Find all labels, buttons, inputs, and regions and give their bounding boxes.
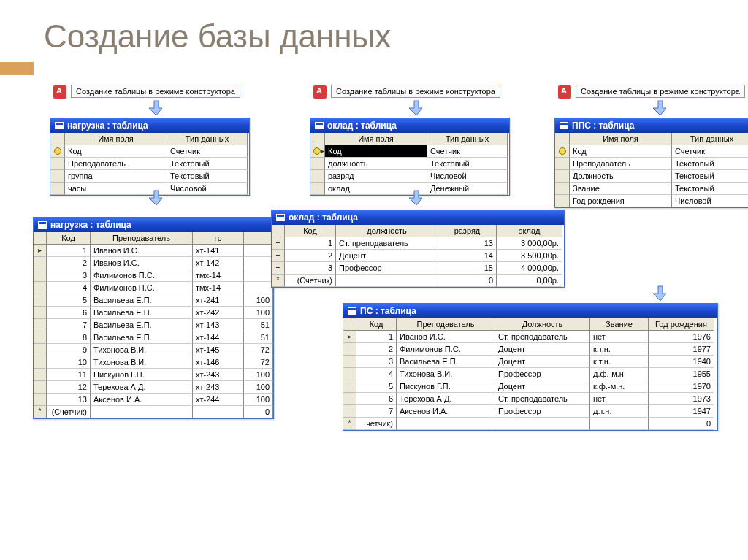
table-cell[interactable]: 0 xyxy=(649,418,714,430)
table-cell[interactable]: хт-144 xyxy=(193,331,244,344)
table-cell[interactable]: Профессор xyxy=(336,262,438,275)
table-cell[interactable]: 2 xyxy=(356,343,397,356)
table-cell[interactable]: к.т.н. xyxy=(590,343,649,356)
table-cell[interactable]: хт-244 xyxy=(193,394,244,406)
table-cell[interactable]: 5 xyxy=(356,380,397,393)
titlebar[interactable]: ПС : таблица xyxy=(343,304,717,318)
table-cell[interactable]: 4 000,00р. xyxy=(497,262,562,275)
table-cell[interactable]: хт-141 xyxy=(193,245,244,257)
table-cell[interactable]: 4 xyxy=(47,282,91,294)
table-cell[interactable]: Доцент xyxy=(336,250,438,262)
table-cell[interactable]: Терехова А.Д. xyxy=(397,393,495,405)
data-grid[interactable]: КодПреподавательДолжностьЗваниеГод рожде… xyxy=(343,318,717,430)
table-cell[interactable]: Аксенов И.А. xyxy=(91,394,193,406)
table-cell[interactable]: Терехова А.Д. xyxy=(91,381,193,394)
table-cell[interactable]: 3 500,00р. xyxy=(497,250,562,262)
table-cell[interactable] xyxy=(244,282,273,294)
table-cell[interactable]: Филимонов П.С. xyxy=(397,343,495,356)
table-cell[interactable]: 14 xyxy=(438,250,497,262)
create-link-3[interactable]: Создание таблицы в режиме конструктора xyxy=(576,85,745,98)
table-cell[interactable]: Иванов И.С. xyxy=(397,331,495,343)
table-cell[interactable]: 12 xyxy=(47,381,91,394)
table-cell[interactable]: Профессор xyxy=(495,405,590,418)
table-cell[interactable]: 72 xyxy=(244,344,273,356)
table-cell[interactable]: к.ф.-м.н. xyxy=(590,380,649,393)
table-cell[interactable]: 9 xyxy=(47,344,91,356)
design-grid[interactable]: Имя поля Тип данных ▸ Код Счетчик должно… xyxy=(310,133,509,195)
table-cell[interactable]: 2 xyxy=(285,250,336,262)
table-cell[interactable]: Доцент xyxy=(495,343,590,356)
table-cell[interactable]: Тихонова В.И. xyxy=(397,368,495,380)
table-cell[interactable]: 5 xyxy=(47,294,91,307)
table-cell[interactable]: Филимонов П.С. xyxy=(91,282,193,294)
table-cell[interactable]: 0 xyxy=(438,275,497,287)
table-cell[interactable]: хт-145 xyxy=(193,344,244,356)
table-cell[interactable] xyxy=(193,406,244,418)
table-cell[interactable]: Васильева Е.П. xyxy=(91,319,193,331)
data-grid[interactable]: КодПреподавательгр▸1Иванов И.С.хт-1412Ив… xyxy=(34,232,273,418)
table-cell[interactable]: 0,00р. xyxy=(497,275,562,287)
table-cell[interactable]: 13 xyxy=(47,394,91,406)
table-cell[interactable]: 1 xyxy=(47,245,91,257)
table-cell[interactable]: 100 xyxy=(244,369,273,381)
table-cell[interactable] xyxy=(336,275,438,287)
table-cell[interactable]: 51 xyxy=(244,319,273,331)
table-cell[interactable]: 7 xyxy=(356,405,397,418)
table-cell[interactable]: Доцент xyxy=(495,380,590,393)
table-cell[interactable]: Иванов И.С. xyxy=(91,245,193,257)
table-cell[interactable]: хт-143 xyxy=(193,319,244,331)
table-cell[interactable]: 1970 xyxy=(649,380,714,393)
table-cell[interactable]: 1955 xyxy=(649,368,714,380)
table-cell[interactable]: 11 xyxy=(47,369,91,381)
titlebar[interactable]: нагрузка : таблица xyxy=(34,218,273,232)
table-cell[interactable]: д.т.н. xyxy=(590,405,649,418)
titlebar[interactable]: нагрузка : таблица xyxy=(50,118,249,133)
table-cell[interactable]: Ст. преподаватель xyxy=(495,393,590,405)
table-cell[interactable]: 1940 xyxy=(649,356,714,368)
table-cell[interactable]: нет xyxy=(590,393,649,405)
table-cell[interactable]: хт-243 xyxy=(193,369,244,381)
table-cell[interactable]: к.т.н. xyxy=(590,356,649,368)
table-cell[interactable]: 7 xyxy=(47,319,91,331)
create-link-2[interactable]: Создание таблицы в режиме конструктора xyxy=(331,85,500,98)
table-cell[interactable]: 1 xyxy=(285,237,336,250)
table-cell[interactable]: Васильева Е.П. xyxy=(91,307,193,319)
table-cell[interactable]: Тихонова В.И. xyxy=(91,344,193,356)
design-grid[interactable]: Имя поля Тип данных Код Счетчик Преподав… xyxy=(50,133,249,195)
table-cell[interactable]: 3 000,00р. xyxy=(497,237,562,250)
titlebar[interactable]: ППС : таблица xyxy=(555,118,748,133)
titlebar[interactable]: оклад : таблица xyxy=(272,210,564,225)
table-cell[interactable] xyxy=(397,418,495,430)
table-cell[interactable]: 2 xyxy=(47,257,91,269)
table-cell[interactable]: четчик) xyxy=(356,418,397,430)
table-cell[interactable]: хт-142 xyxy=(193,257,244,269)
table-cell[interactable]: Доцент xyxy=(495,356,590,368)
table-cell[interactable]: Васильева Е.П. xyxy=(91,294,193,307)
table-cell[interactable]: тмх-14 xyxy=(193,269,244,282)
table-cell[interactable]: хт-242 xyxy=(193,307,244,319)
table-cell[interactable] xyxy=(244,245,273,257)
table-cell[interactable]: хт-243 xyxy=(193,381,244,394)
table-cell[interactable]: 3 xyxy=(356,356,397,368)
create-link-1[interactable]: Создание таблицы в режиме конструктора xyxy=(71,85,240,98)
table-cell[interactable]: Профессор xyxy=(495,368,590,380)
table-cell[interactable]: Пискунов Г.П. xyxy=(397,380,495,393)
table-cell[interactable]: 72 xyxy=(244,356,273,369)
table-cell[interactable]: тмх-14 xyxy=(193,282,244,294)
table-cell[interactable]: Васильева Е.П. xyxy=(397,356,495,368)
table-cell[interactable]: 8 xyxy=(47,331,91,344)
table-cell[interactable]: 100 xyxy=(244,394,273,406)
table-cell[interactable] xyxy=(244,257,273,269)
data-grid[interactable]: Коддолжностьразрядоклад+1Ст. преподавате… xyxy=(272,225,564,287)
table-cell[interactable]: 4 xyxy=(356,368,397,380)
table-cell[interactable]: Филимонов П.С. xyxy=(91,269,193,282)
table-cell[interactable]: Аксенов И.А. xyxy=(397,405,495,418)
table-cell[interactable]: 1977 xyxy=(649,343,714,356)
table-cell[interactable]: д.ф.-м.н. xyxy=(590,368,649,380)
table-cell[interactable]: хт-146 xyxy=(193,356,244,369)
table-cell[interactable]: (Счетчик) xyxy=(47,406,91,418)
table-cell[interactable]: 3 xyxy=(285,262,336,275)
table-cell[interactable]: Ст. преподаватель xyxy=(495,331,590,343)
table-cell[interactable] xyxy=(590,418,649,430)
table-cell[interactable] xyxy=(91,406,193,418)
